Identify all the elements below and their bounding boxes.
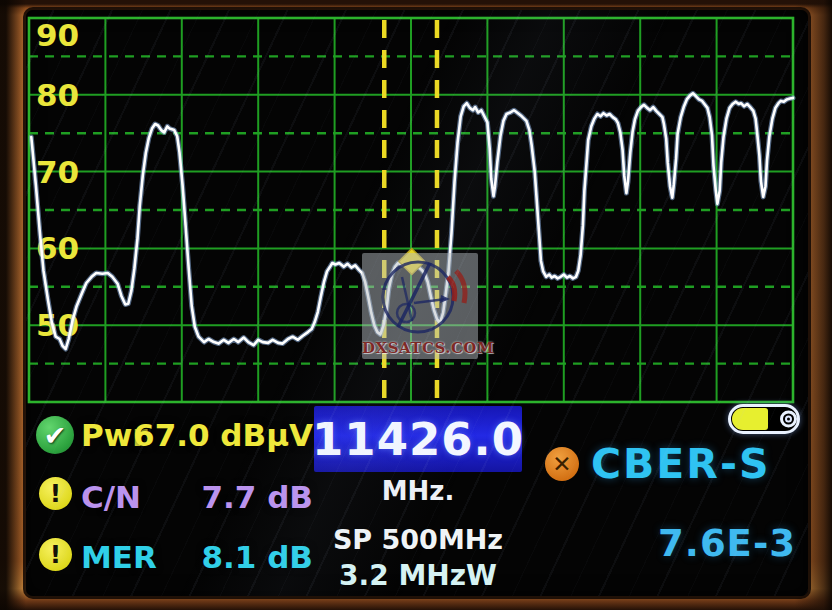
cber-value: 7.6E-3	[586, 522, 796, 565]
pwr-value: 67.0 dBµV	[126, 417, 313, 453]
span-label: SP 500MHz	[314, 524, 522, 555]
watermark-text: DXSATCS.COM	[362, 339, 478, 357]
battery-terminal	[780, 411, 797, 428]
svg-text:90: 90	[36, 17, 79, 53]
cn-alert-icon: !	[39, 477, 72, 510]
battery-level-fill	[732, 408, 768, 430]
meter-bezel: 9080706050 DXSATCS.COM ✔ Pwr 67.0 dBµV	[0, 0, 832, 610]
dxsatcs-logo-icon	[368, 255, 472, 341]
dxsatcs-watermark: DXSATCS.COM	[362, 253, 478, 359]
battery-icon	[728, 404, 800, 434]
cber-label: CBER-S	[591, 440, 770, 488]
svg-text:80: 80	[36, 77, 79, 113]
pwr-check-icon: ✔	[36, 416, 74, 454]
frequency-unit: MHz.	[314, 476, 522, 506]
meter-screen: 9080706050 DXSATCS.COM ✔ Pwr 67.0 dBµV	[26, 10, 808, 596]
satfinder-screenshot: 9080706050 DXSATCS.COM ✔ Pwr 67.0 dBµV	[0, 0, 832, 610]
cn-value: 7.7 dB	[126, 479, 313, 515]
bandwidth-label: 3.2 MHzW	[314, 559, 522, 592]
frequency-value: 11426.0	[312, 413, 524, 466]
frequency-display: 11426.0	[314, 406, 522, 472]
svg-text:70: 70	[36, 154, 79, 190]
cber-cross-icon: ✕	[545, 447, 579, 481]
mer-alert-icon: !	[39, 538, 72, 571]
mer-value: 8.1 dB	[126, 539, 313, 575]
